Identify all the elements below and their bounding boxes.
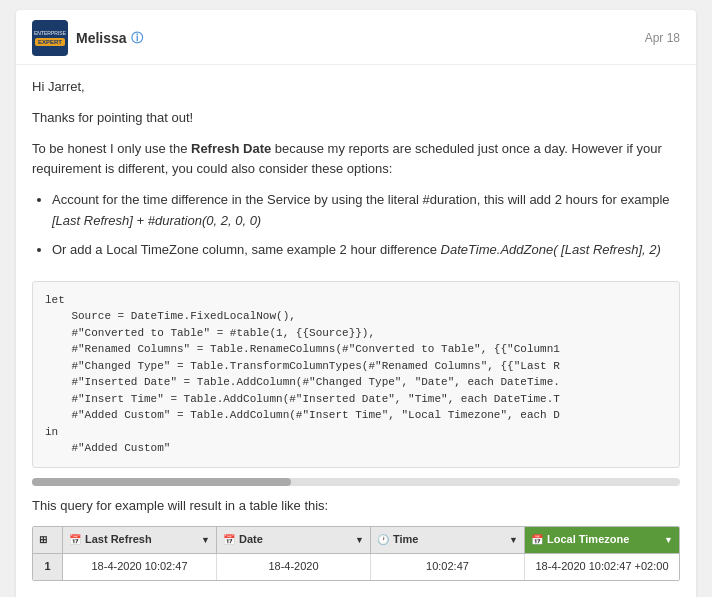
dropdown-icon-3[interactable]: ▼ (509, 533, 518, 547)
calendar-icon-2: 📅 (223, 532, 235, 548)
table-icon: ⊞ (39, 532, 47, 548)
bullet-italic-2: DateTime.AddZone( [Last Refresh], 2) (441, 242, 661, 257)
bullet-text-1: Account for the time difference in the S… (52, 192, 670, 207)
table-row: 1 18-4-2020 10:02:47 18-4-2020 10:02:47 … (33, 554, 679, 580)
calendar-icon-3: 📅 (531, 532, 543, 548)
dropdown-icon-4[interactable]: ▼ (664, 533, 673, 547)
sender-name-text: Melissa (76, 30, 127, 46)
list-item: Account for the time difference in the S… (52, 190, 680, 232)
greeting: Hi Jarret, (32, 77, 680, 98)
bullet-list: Account for the time difference in the S… (52, 190, 680, 260)
clock-icon: 🕐 (377, 532, 389, 548)
td-last-refresh: 18-4-2020 10:02:47 (63, 554, 217, 580)
email-header: ENTERPRISE EXPERT Melissa ⓘ Apr 18 (16, 10, 696, 65)
td-local-tz: 18-4-2020 10:02:47 +02:00 (525, 554, 679, 580)
sender-info: Melissa ⓘ (76, 30, 645, 47)
th-rownum: ⊞ (33, 527, 63, 553)
td-date: 18-4-2020 (217, 554, 371, 580)
th-date[interactable]: 📅 Date ▼ (217, 527, 371, 553)
th-date-label: Date (239, 531, 263, 549)
bullet-italic-1: [Last Refresh] + #duration(0, 2, 0, 0) (52, 213, 261, 228)
sender-name: Melissa ⓘ (76, 30, 645, 47)
calendar-icon-1: 📅 (69, 532, 81, 548)
para2: To be honest I only use the Refresh Date… (32, 139, 680, 181)
scrollbar-thumb (32, 478, 291, 486)
td-rownum: 1 (33, 554, 63, 580)
th-local-tz-label: Local Timezone (547, 531, 629, 549)
dropdown-icon-1[interactable]: ▼ (201, 533, 210, 547)
horizontal-scrollbar[interactable] (32, 478, 680, 486)
data-table: ⊞ 📅 Last Refresh ▼ 📅 Date ▼ 🕐 Time ▼ (32, 526, 680, 580)
badge-top-text: ENTERPRISE (34, 30, 66, 36)
list-item: Or add a Local TimeZone column, same exa… (52, 240, 680, 261)
td-time: 10:02:47 (371, 554, 525, 580)
badge-expert-text: EXPERT (35, 38, 65, 46)
email-date: Apr 18 (645, 31, 680, 45)
para1: Thanks for pointing that out! (32, 108, 680, 129)
bullet-text-2: Or add a Local TimeZone column, same exa… (52, 242, 441, 257)
table-header-row: ⊞ 📅 Last Refresh ▼ 📅 Date ▼ 🕐 Time ▼ (33, 527, 679, 554)
th-local-timezone[interactable]: 📅 Local Timezone ▼ (525, 527, 679, 553)
para2-bold: Refresh Date (191, 141, 271, 156)
para2-before: To be honest I only use the (32, 141, 191, 156)
th-time[interactable]: 🕐 Time ▼ (371, 527, 525, 553)
enterprise-badge: ENTERPRISE EXPERT (32, 20, 68, 56)
th-time-label: Time (393, 531, 418, 549)
th-last-refresh-label: Last Refresh (85, 531, 152, 549)
email-body: Hi Jarret, Thanks for pointing that out!… (16, 65, 696, 597)
verified-icon: ⓘ (131, 30, 143, 47)
th-last-refresh[interactable]: 📅 Last Refresh ▼ (63, 527, 217, 553)
code-block-container: let Source = DateTime.FixedLocalNow(), #… (32, 271, 680, 486)
email-card: ENTERPRISE EXPERT Melissa ⓘ Apr 18 Hi Ja… (16, 10, 696, 597)
code-block[interactable]: let Source = DateTime.FixedLocalNow(), #… (32, 281, 680, 468)
dropdown-icon-2[interactable]: ▼ (355, 533, 364, 547)
query-text: This query for example will result in a … (32, 496, 680, 517)
